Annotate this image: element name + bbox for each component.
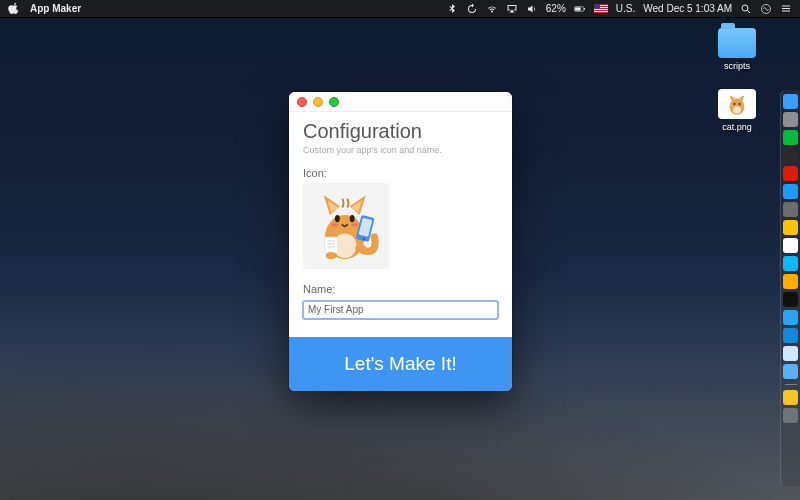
timemachine-icon[interactable]: [466, 3, 478, 15]
desktop-item-label: cat.png: [722, 122, 752, 132]
volume-icon[interactable]: [526, 3, 538, 15]
configuration-window: Configuration Custom your app's icon and…: [289, 92, 512, 391]
dock-item[interactable]: [783, 202, 798, 217]
desktop-item-label: scripts: [724, 61, 750, 71]
dock-item[interactable]: [783, 292, 798, 307]
menu-bar: App Maker 62% U.S. Wed Dec 5 1:03 AM: [0, 0, 800, 18]
window-titlebar[interactable]: [289, 92, 512, 112]
notification-center-icon[interactable]: [780, 3, 792, 15]
svg-rect-16: [325, 237, 337, 253]
dock-item[interactable]: [783, 130, 798, 145]
desktop-icons-area: scripts cat.png: [714, 28, 760, 132]
dock-item[interactable]: [783, 364, 798, 379]
siri-icon[interactable]: [760, 3, 772, 15]
svg-rect-1: [575, 7, 581, 10]
svg-point-7: [733, 103, 735, 105]
window-minimize-button[interactable]: [313, 97, 323, 107]
dock-item[interactable]: [783, 166, 798, 181]
input-source-flag-icon[interactable]: [594, 4, 608, 13]
menu-clock[interactable]: Wed Dec 5 1:03 AM: [643, 3, 732, 14]
svg-point-12: [350, 215, 355, 222]
icon-drop-well[interactable]: [303, 183, 389, 269]
app-name-input[interactable]: [303, 301, 498, 319]
svg-point-13: [332, 223, 338, 227]
desktop-folder-scripts[interactable]: scripts: [714, 28, 760, 71]
input-source-label[interactable]: U.S.: [616, 3, 635, 14]
dock-item[interactable]: [783, 220, 798, 235]
spotlight-icon[interactable]: [740, 3, 752, 15]
config-title: Configuration: [303, 120, 498, 143]
dock-item[interactable]: [783, 256, 798, 271]
dock-item[interactable]: [783, 238, 798, 253]
svg-point-3: [742, 5, 748, 11]
name-field-label: Name:: [303, 283, 498, 295]
active-app-name[interactable]: App Maker: [30, 3, 81, 14]
dock: [780, 90, 800, 486]
desktop-file-catpng[interactable]: cat.png: [714, 89, 760, 132]
dock-item[interactable]: [783, 346, 798, 361]
config-subtitle: Custom your app's icon and name.: [303, 145, 498, 155]
svg-point-14: [352, 223, 358, 227]
dock-item[interactable]: [783, 148, 798, 163]
airplay-icon[interactable]: [506, 3, 518, 15]
apple-menu-icon[interactable]: [8, 2, 20, 16]
svg-rect-2: [584, 8, 585, 10]
bluetooth-icon[interactable]: [446, 3, 458, 15]
svg-point-8: [739, 103, 741, 105]
svg-point-17: [326, 252, 337, 259]
dock-item[interactable]: [783, 310, 798, 325]
folder-icon: [718, 28, 756, 58]
image-file-icon: [718, 89, 756, 119]
lets-make-it-button[interactable]: Let's Make It!: [289, 337, 512, 391]
dock-trash[interactable]: [783, 408, 798, 423]
dock-item[interactable]: [783, 112, 798, 127]
cta-label: Let's Make It!: [344, 353, 456, 375]
dock-separator: [785, 384, 797, 385]
wifi-icon[interactable]: [486, 3, 498, 15]
dock-item[interactable]: [783, 328, 798, 343]
window-close-button[interactable]: [297, 97, 307, 107]
svg-point-9: [733, 107, 741, 114]
svg-point-11: [335, 215, 340, 222]
dock-item[interactable]: [783, 274, 798, 289]
battery-percent[interactable]: 62%: [546, 3, 566, 14]
window-zoom-button[interactable]: [329, 97, 339, 107]
dock-item[interactable]: [783, 94, 798, 109]
icon-field-label: Icon:: [303, 167, 498, 179]
dock-item[interactable]: [783, 184, 798, 199]
battery-icon[interactable]: [574, 3, 586, 15]
dock-item[interactable]: [783, 390, 798, 405]
app-icon-preview: [309, 189, 383, 263]
